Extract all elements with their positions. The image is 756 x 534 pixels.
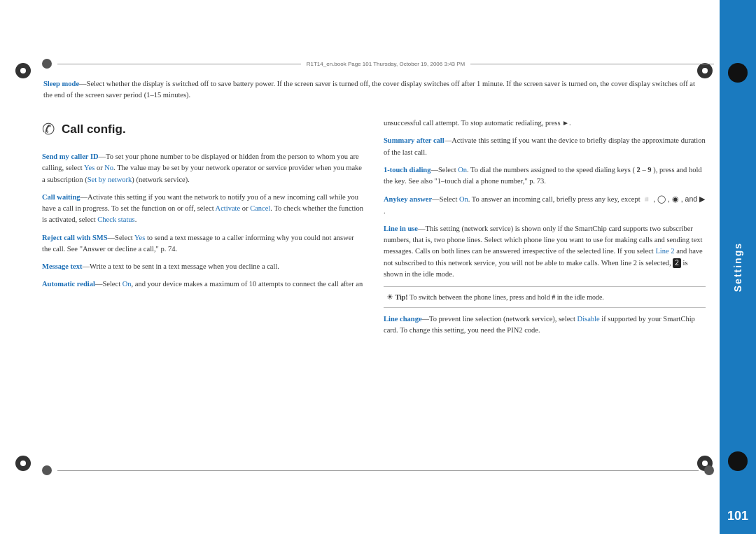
anykey-answer-link[interactable]: Anykey answer [384, 195, 432, 203]
sidebar-reg-bottom [728, 451, 748, 471]
yes-link[interactable]: Yes [84, 164, 94, 171]
call-config-heading: ✆ Call config. [42, 118, 364, 141]
activate-link[interactable]: Activate [216, 204, 241, 212]
right-column: unsuccessful call attempt. To stop autom… [384, 118, 706, 464]
sidebar-reg-top [728, 63, 748, 83]
message-text-para: Message text—Write a text to be sent in … [42, 261, 364, 272]
check-status-link[interactable]: Check status [97, 216, 134, 223]
call-waiting-link[interactable]: Call waiting [42, 193, 80, 201]
line2-link[interactable]: Line 2 [655, 247, 674, 255]
set-by-network-link[interactable]: Set by network [88, 176, 132, 183]
footer-area [42, 465, 714, 475]
no-link[interactable]: No [104, 164, 113, 171]
header-line-right [470, 64, 714, 64]
on2-link[interactable]: On [458, 166, 467, 174]
tip-label: Tip! [396, 293, 408, 301]
anykey-answer-para: Anykey answer—Select On. To answer an in… [384, 193, 706, 217]
sleep-mode-text: —Select whether the display is switched … [43, 80, 695, 99]
header-area: R1T14_en.book Page 101 Thursday, October… [42, 59, 714, 69]
key-sym1: ◽ , ◯ , ◉ , and ▶ [642, 195, 705, 203]
disable-link[interactable]: Disable [578, 315, 600, 323]
summary-after-call-para: Summary after call—Activate this setting… [384, 135, 706, 158]
cancel-link[interactable]: Cancel [250, 204, 270, 212]
left-column: ✆ Call config. Send my caller ID—To set … [42, 118, 364, 464]
line2-badge: 2 [673, 258, 681, 268]
tip-text: To switch between the phone lines, press… [410, 293, 604, 301]
key-9: 9 [648, 166, 651, 174]
phone-icon: ✆ [42, 118, 55, 141]
page-number-box: 101 [720, 498, 756, 534]
on-link[interactable]: On [122, 280, 132, 288]
call-waiting-para: Call waiting—Activate this setting if yo… [42, 192, 364, 226]
sleep-mode-section: Sleep mode—Select whether the display is… [43, 78, 701, 101]
line-in-use-para: Line in use—This setting (network servic… [384, 223, 706, 280]
page-number: 101 [727, 509, 748, 524]
reg-mark-top-left [15, 63, 31, 78]
message-text-link[interactable]: Message text [42, 262, 82, 270]
end-key-symbol: ► [562, 119, 569, 127]
sleep-mode-link[interactable]: Sleep mode [43, 80, 79, 87]
footer-circle-right [704, 465, 714, 475]
footer-circle-left [42, 465, 52, 475]
line-change-link[interactable]: Line change [384, 315, 422, 323]
automatic-redial-para: Automatic redial—Select On, and your dev… [42, 279, 364, 290]
two-col-layout: ✆ Call config. Send my caller ID—To set … [42, 118, 706, 464]
send-caller-id-link[interactable]: Send my caller ID [42, 153, 99, 160]
send-caller-id-para: Send my caller ID—To set your phone numb… [42, 151, 364, 185]
yes2-link[interactable]: Yes [134, 234, 145, 241]
summary-after-call-link[interactable]: Summary after call [384, 136, 444, 144]
tip-icon: ☀ [386, 293, 393, 301]
reg-mark-bottom-left [15, 456, 31, 471]
line-in-use-link[interactable]: Line in use [384, 225, 418, 232]
key-2: 2 [637, 166, 640, 174]
reject-call-para: Reject call with SMS—Select Yes to send … [42, 232, 364, 255]
reject-call-link[interactable]: Reject call with SMS [42, 234, 108, 241]
footer-line-left [57, 470, 699, 471]
header-file-info: R1T14_en.book Page 101 Thursday, October… [307, 61, 465, 67]
on3-link[interactable]: On [459, 195, 468, 203]
tip-box: ☀ Tip! To switch between the phone lines… [384, 286, 706, 308]
line-change-para: Line change—To prevent line selection (n… [384, 314, 706, 337]
one-touch-dialing-para: 1-touch dialing—Select On. To dial the n… [384, 164, 706, 188]
one-touch-dialing-link[interactable]: 1-touch dialing [384, 166, 430, 174]
automatic-redial-link[interactable]: Automatic redial [42, 280, 95, 288]
header-circle-left [42, 59, 52, 69]
unsuccessful-para: unsuccessful call attempt. To stop autom… [384, 118, 706, 129]
header-line-left [57, 64, 301, 64]
call-config-title: Call config. [62, 120, 126, 139]
sidebar-label: Settings [732, 242, 743, 292]
